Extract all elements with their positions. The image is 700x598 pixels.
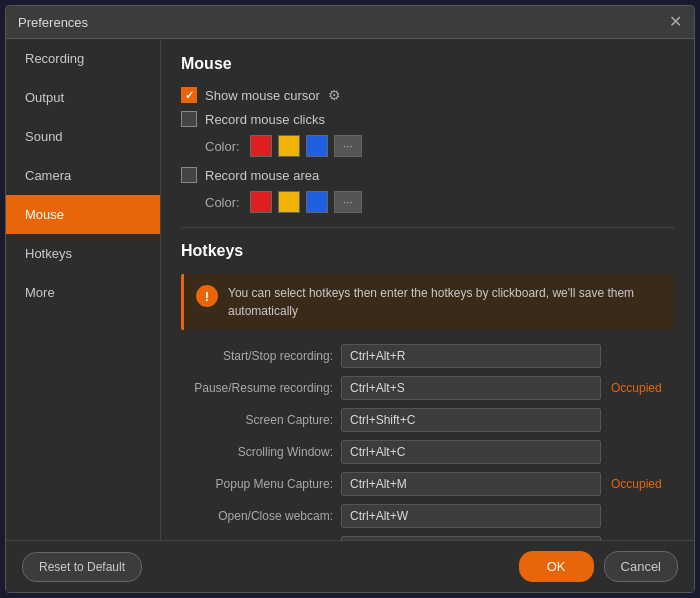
hotkey-label: Pause/Resume recording: [181,381,341,395]
mouse-section-title: Mouse [181,55,674,73]
cursor-settings-icon[interactable]: ⚙ [328,87,341,103]
sidebar: RecordingOutputSoundCameraMouseHotkeysMo… [6,39,161,540]
preferences-dialog: Preferences ✕ RecordingOutputSoundCamera… [5,5,695,593]
clicks-color-yellow[interactable] [278,135,300,157]
hotkey-row: Screen Capture: [181,408,674,432]
sidebar-item-hotkeys[interactable]: Hotkeys [6,234,160,273]
close-button[interactable]: ✕ [669,14,682,30]
hotkey-input[interactable] [341,376,601,400]
hotkey-input[interactable] [341,408,601,432]
hotkeys-info-box: ! You can select hotkeys then enter the … [181,274,674,330]
hotkey-input[interactable] [341,344,601,368]
section-divider [181,227,674,228]
dialog-body: RecordingOutputSoundCameraMouseHotkeysMo… [6,39,694,540]
hotkey-row: Popup Menu Capture:Occupied [181,472,674,496]
hotkeys-list: Start/Stop recording:Pause/Resume record… [181,344,674,540]
area-color-yellow[interactable] [278,191,300,213]
ok-button[interactable]: OK [519,551,594,582]
footer: Reset to Default OK Cancel [6,540,694,592]
hotkeys-info-text: You can select hotkeys then enter the ho… [228,284,662,320]
hotkey-input[interactable] [341,472,601,496]
hotkey-label: Start/Stop recording: [181,349,341,363]
show-cursor-label: Show mouse cursor [205,88,320,103]
area-color-more[interactable]: ··· [334,191,362,213]
record-clicks-checkbox[interactable] [181,111,197,127]
area-color-red[interactable] [250,191,272,213]
clicks-color-blue[interactable] [306,135,328,157]
sidebar-item-recording[interactable]: Recording [6,39,160,78]
title-bar: Preferences ✕ [6,6,694,39]
area-color-blue[interactable] [306,191,328,213]
main-content: Mouse Show mouse cursor ⚙ Record mouse c… [161,39,694,540]
show-cursor-checkbox[interactable] [181,87,197,103]
sidebar-item-output[interactable]: Output [6,78,160,117]
record-area-label: Record mouse area [205,168,319,183]
hotkey-row: Start/Stop recording: [181,344,674,368]
cancel-button[interactable]: Cancel [604,551,678,582]
clicks-color-red[interactable] [250,135,272,157]
hotkey-row: Pause/Resume recording:Occupied [181,376,674,400]
hotkeys-section-title: Hotkeys [181,242,674,260]
record-clicks-row: Record mouse clicks [181,111,674,127]
hotkey-input[interactable] [341,504,601,528]
footer-actions: OK Cancel [519,551,678,582]
hotkey-status: Occupied [611,381,671,395]
sidebar-item-sound[interactable]: Sound [6,117,160,156]
sidebar-item-more[interactable]: More [6,273,160,312]
hotkey-label: Screen Capture: [181,413,341,427]
hotkey-input[interactable] [341,440,601,464]
reset-button[interactable]: Reset to Default [22,552,142,582]
info-icon: ! [196,285,218,307]
hotkey-label: Open/Close webcam: [181,509,341,523]
hotkey-label: Scrolling Window: [181,445,341,459]
hotkey-row: Open/Close webcam: [181,504,674,528]
hotkey-row: Scrolling Window: [181,440,674,464]
sidebar-item-camera[interactable]: Camera [6,156,160,195]
area-color-row: Color: ··· [205,191,674,213]
clicks-color-label: Color: [205,139,240,154]
sidebar-item-mouse[interactable]: Mouse [6,195,160,234]
hotkey-label: Popup Menu Capture: [181,477,341,491]
hotkey-status: Occupied [611,477,671,491]
area-color-label: Color: [205,195,240,210]
show-cursor-row: Show mouse cursor ⚙ [181,87,674,103]
record-area-row: Record mouse area [181,167,674,183]
clicks-color-more[interactable]: ··· [334,135,362,157]
record-clicks-label: Record mouse clicks [205,112,325,127]
clicks-color-row: Color: ··· [205,135,674,157]
dialog-title: Preferences [18,15,88,30]
record-area-checkbox[interactable] [181,167,197,183]
